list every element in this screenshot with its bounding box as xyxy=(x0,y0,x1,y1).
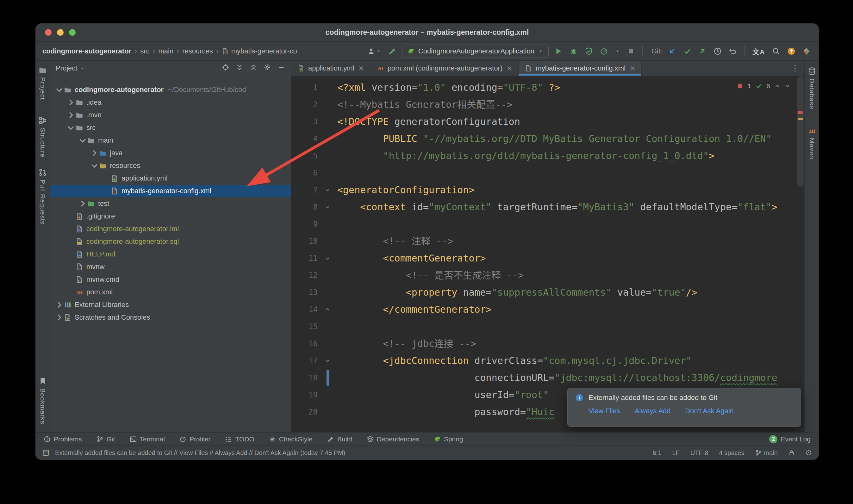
warning-stripe-mark[interactable] xyxy=(798,118,803,120)
tab-mybatis-generator-config-xml[interactable]: mybatis-generator-config.xml× xyxy=(519,61,642,76)
tool-window-button-database[interactable]: Database xyxy=(805,67,819,109)
run-configuration-select[interactable]: CodingmoreAutogeneratorApplication xyxy=(402,44,549,58)
indent-style[interactable]: 4 spaces xyxy=(719,449,745,456)
notification-link-always-add[interactable]: Always Add xyxy=(635,407,671,415)
code-line-7[interactable]: <generatorConfiguration> xyxy=(337,181,804,199)
fold-region-icon[interactable] xyxy=(325,358,330,364)
chevron-right-icon[interactable] xyxy=(54,313,64,322)
tree-item-scratches-and-consoles[interactable]: Scratches and Consoles xyxy=(50,311,291,324)
collapse-all-button[interactable] xyxy=(250,64,257,73)
run-button[interactable] xyxy=(553,46,564,57)
tree-item-mvn[interactable]: .mvn xyxy=(50,109,291,122)
tool-window-git[interactable]: Git xyxy=(97,435,115,443)
tool-window-build[interactable]: Build xyxy=(327,435,352,443)
tree-item-pom-xml[interactable]: mpom.xml xyxy=(50,286,291,299)
project-settings-button[interactable] xyxy=(264,64,271,73)
fold-region-icon[interactable] xyxy=(325,187,330,193)
chevron-down-icon[interactable] xyxy=(66,124,76,132)
code-line-12[interactable]: <!-- 是否不生成注释 --> xyxy=(337,267,804,284)
tool-window-button-pull-requests[interactable]: Pull Requests xyxy=(35,168,50,225)
git-branch[interactable]: main xyxy=(755,449,778,456)
tree-item-mvnw[interactable]: mvnw xyxy=(50,260,291,273)
fold-region-icon[interactable] xyxy=(325,204,330,210)
update-available-button[interactable] xyxy=(786,46,797,57)
code-line-16[interactable]: <!-- jdbc连接 --> xyxy=(337,335,804,352)
tree-item-help-md[interactable]: HELP.md xyxy=(50,248,291,260)
line-separator[interactable]: LF xyxy=(672,449,680,456)
close-icon[interactable]: × xyxy=(630,64,635,73)
error-stripe-mark[interactable] xyxy=(798,111,803,114)
close-icon[interactable]: × xyxy=(507,64,512,73)
fold-end-icon[interactable] xyxy=(325,307,330,312)
translate-button[interactable]: 文A xyxy=(751,45,766,57)
tool-window-terminal[interactable]: Terminal xyxy=(130,435,165,443)
chevron-down-icon[interactable] xyxy=(80,66,85,71)
tab-options-button[interactable]: ⋮ xyxy=(786,61,804,76)
tree-item-external-libraries[interactable]: External Libraries xyxy=(50,299,291,311)
code-line-8[interactable]: <context id="myContext" targetRuntime="M… xyxy=(337,199,804,216)
debug-button[interactable] xyxy=(568,46,579,57)
breadcrumb-codingmore-autogenerator[interactable]: codingmore-autogenerator xyxy=(42,47,131,55)
readonly-toggle[interactable] xyxy=(788,450,795,456)
hide-panel-button[interactable] xyxy=(277,64,285,73)
history-button[interactable] xyxy=(712,46,723,57)
tree-item-idea[interactable]: .idea xyxy=(50,96,291,109)
push-button[interactable] xyxy=(697,46,708,57)
code-line-10[interactable]: <!-- 注释 --> xyxy=(337,233,804,250)
code-line-5[interactable]: "http://mybatis.org/dtd/mybatis-generato… xyxy=(337,147,804,164)
project-view-select[interactable]: Project xyxy=(56,64,77,72)
update-project-button[interactable] xyxy=(667,46,677,57)
coverage-button[interactable] xyxy=(584,46,594,57)
tree-item-mvnw-cmd[interactable]: mvnw.cmd xyxy=(50,273,291,286)
code-line-17[interactable]: <jdbcConnection driverClass="com.mysql.c… xyxy=(337,352,804,369)
tree-item-application-yml[interactable]: application.yml xyxy=(50,172,291,185)
zoom-window-button[interactable] xyxy=(69,29,76,36)
code-line-1[interactable]: <?xml version="1.0" encoding="UTF-8" ?> xyxy=(337,79,804,96)
close-window-button[interactable] xyxy=(45,29,52,36)
code-line-2[interactable]: <!--Mybatis Generator相关配置--> xyxy=(337,96,804,113)
chevron-right-icon[interactable] xyxy=(66,98,76,107)
code-line-11[interactable]: <commentGenerator> xyxy=(337,250,804,267)
tool-window-checkstyle[interactable]: CheckStyle xyxy=(269,435,313,443)
tree-item-codingmore-autogenerator-iml[interactable]: codingmore-autogenerator.iml xyxy=(50,222,291,235)
tree-item-codingmore-autogenerator[interactable]: codingmore-autogenerator~/Documents/GitH… xyxy=(50,84,291,96)
tool-window-profiler[interactable]: Profiler xyxy=(179,435,211,443)
run-more-caret[interactable] xyxy=(614,48,622,55)
code-area[interactable]: <?xml version="1.0" encoding="UTF-8" ?><… xyxy=(337,76,804,432)
inspections-widget[interactable]: 1 6 xyxy=(737,82,790,90)
chevron-right-icon[interactable] xyxy=(78,199,87,208)
tree-item-src[interactable]: src xyxy=(50,122,291,134)
editor-scrollbar[interactable] xyxy=(797,76,804,186)
tree-item-gitignore[interactable]: .gitignore xyxy=(50,210,291,222)
tool-window-dependencies[interactable]: Dependencies xyxy=(367,435,419,443)
file-encoding[interactable]: UTF-8 xyxy=(690,449,709,456)
code-line-3[interactable]: <!DOCTYPE generatorConfiguration xyxy=(337,113,804,130)
tab-pom-xml-codingmore-autogenerator[interactable]: mpom.xml (codingmore-autogenerator)× xyxy=(370,61,519,76)
status-indicator[interactable] xyxy=(805,450,812,456)
chevron-right-icon[interactable] xyxy=(66,111,76,119)
tool-window-button-project[interactable]: Project xyxy=(35,66,50,100)
notification-link-view-files[interactable]: View Files xyxy=(589,407,620,415)
expand-all-button[interactable] xyxy=(236,64,243,73)
tool-window-spring[interactable]: Spring xyxy=(434,435,463,443)
tool-window-button-maven[interactable]: mMaven xyxy=(805,126,819,159)
code-line-18[interactable]: connectionURL="jdbc:mysql://localhost:33… xyxy=(337,369,804,386)
chevron-down-icon[interactable] xyxy=(785,83,790,89)
breadcrumb-mybatis-generator-co[interactable]: mybatis-generator-co xyxy=(222,47,297,55)
search-everywhere-button[interactable] xyxy=(771,46,782,57)
chevron-down-icon[interactable] xyxy=(78,136,87,144)
code-line-9[interactable] xyxy=(337,216,804,233)
tree-item-test[interactable]: test xyxy=(50,197,291,210)
notification-link-don-t-ask-again[interactable]: Don't Ask Again xyxy=(685,407,734,415)
tool-window-switcher-icon[interactable] xyxy=(42,449,49,456)
code-line-13[interactable]: <property name="suppressAllComments" val… xyxy=(337,284,804,301)
minimize-window-button[interactable] xyxy=(57,29,64,36)
chevron-right-icon[interactable] xyxy=(89,149,99,157)
build-project-button[interactable] xyxy=(387,46,398,57)
chevron-up-icon[interactable] xyxy=(774,83,780,89)
tree-item-codingmore-autogenerator-sql[interactable]: codingmore-autogenerator.sql xyxy=(50,235,291,248)
code-line-4[interactable]: PUBLIC "-//mybatis.org//DTD MyBatis Gene… xyxy=(337,130,804,147)
fold-region-icon[interactable] xyxy=(325,255,330,261)
profiler-button[interactable] xyxy=(598,46,609,57)
tool-window-button-structure[interactable]: Structure xyxy=(35,116,50,158)
